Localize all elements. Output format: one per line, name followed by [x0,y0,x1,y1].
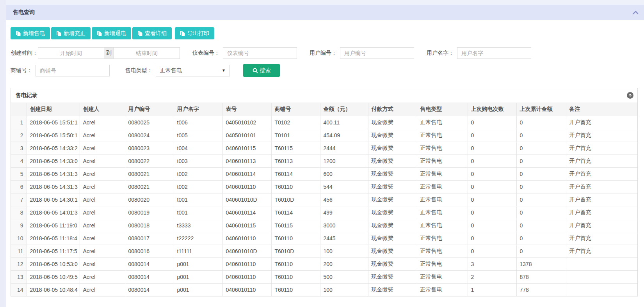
toolbar: 新增售电 新增充正 新增退电 查看详细 导出打印 [11,27,638,39]
column-header: 用户编号 [125,103,174,116]
table-cell: 开户首充 [566,245,637,257]
table-cell: t002 [174,180,222,193]
table-row[interactable]: 32018-06-05 14:33:2Acrel0080023t00404060… [11,142,637,154]
export-print-button[interactable]: 导出打印 [175,27,214,39]
table-row[interactable]: 102018-06-05 11:18:4Acrel0080017t2222204… [11,232,637,245]
row-index: 5 [11,167,27,180]
main-content: 新增售电 新增充正 新增退电 查看详细 导出打印 创建时间： 到 仪表编号： [6,20,644,296]
row-index: 12 [11,257,27,270]
table-cell: 544 [320,180,368,193]
table-cell: 3 [468,257,516,270]
table-cell: 0405010102 [222,116,271,129]
table-row[interactable]: 92018-06-05 11:19:0Acrel0080018t33330406… [11,219,637,232]
search-button[interactable]: 搜索 [243,64,280,77]
table-cell: T60110 [271,270,320,283]
user-name-input[interactable] [457,47,531,59]
table-cell: 开户首充 [566,116,637,129]
table-cell: 正常售电 [417,245,468,257]
table-cell: 开户首充 [566,154,637,167]
copy-icon [180,31,185,36]
add-correction-button[interactable]: 新增充正 [51,27,91,39]
user-name-filter: 用户名字： [427,47,531,59]
table-cell: 现金缴费 [368,142,417,154]
table-cell: 0080017 [125,232,174,245]
table-row[interactable]: 62018-06-05 14:31:3Acrel0080021t00204060… [11,180,637,193]
table-cell: 0 [516,206,566,219]
add-refund-button[interactable]: 新增退电 [92,27,131,39]
collapse-panel-button[interactable] [633,11,639,14]
table-cell: 开户首充 [566,167,637,180]
table-cell: 现金缴费 [368,154,417,167]
table-cell: 0 [468,219,516,232]
column-header: 备注 [566,103,637,116]
table-row[interactable]: 82018-06-05 14:01:3Acrel0080019t00104060… [11,206,637,219]
table-cell: 3000 [320,219,368,232]
shop-no-label: 商铺号： [11,67,32,74]
table-cell: 正常售电 [417,167,468,180]
table-cell: 0406010110 [222,270,271,283]
add-sale-button[interactable]: 新增售电 [11,27,50,39]
table-header-row: 创建日期创建人用户编号用户名字表号商铺号金额（元）付款方式售电类型上次购电次数上… [11,103,637,116]
panel-collapse-button[interactable] [627,92,633,99]
table-row[interactable]: 12018-06-05 15:51:1Acrel0080025t00604050… [11,116,637,129]
table-cell: T0101 [271,129,320,142]
table-cell: 2018-06-05 11:17:5 [27,245,80,257]
chevron-up-icon [633,11,639,14]
copy-icon [137,31,142,36]
table-body: 12018-06-05 15:51:1Acrel0080025t00604050… [11,116,637,296]
table-cell: Acrel [80,206,125,219]
meter-no-input[interactable] [223,47,297,59]
arrow-up-icon [628,94,632,97]
table-cell: p001 [174,270,222,283]
table-row[interactable]: 122018-06-05 10:53:0Acrel0080014p0010406… [11,257,637,270]
table-cell: T60115 [271,219,320,232]
table-cell: 0080021 [125,180,174,193]
table-cell: 2018-06-05 15:51:1 [27,116,80,129]
filter-row-1: 创建时间： 到 仪表编号： 用户编号： 用户名字： [11,47,638,59]
sale-type-select[interactable]: 正常售电 ▼ [156,65,230,76]
table-cell: 0406010110 [222,232,271,245]
panel-title: 售电记录 [16,92,37,99]
table-cell: T60114 [271,206,320,219]
copy-icon [97,31,102,36]
table-row[interactable]: 142018-06-05 10:48:4Acrel0080014p0010406… [11,283,637,296]
table-cell: 正常售电 [417,257,468,270]
table-cell: t001 [174,193,222,206]
row-index: 9 [11,219,27,232]
table-cell: 0 [468,167,516,180]
table-cell: 正常售电 [417,232,468,245]
table-row[interactable]: 112018-06-05 11:17:5Acrel0080016t1111104… [11,245,637,257]
button-label: 新增充正 [64,30,85,37]
table-cell: 2018-06-05 14:31:3 [27,180,80,193]
user-no-input[interactable] [340,47,414,59]
table-cell: 0406010110 [222,257,271,270]
table-cell: 0 [516,154,566,167]
table-cell: 0406010115 [222,142,271,154]
table-cell: 现金缴费 [368,206,417,219]
table-cell: 878 [516,270,566,283]
column-header: 金额（元） [320,103,368,116]
table-row[interactable]: 72018-06-05 14:30:1Acrel0080020t00104060… [11,193,637,206]
table-cell [566,270,637,283]
table-cell [566,283,637,296]
table-cell: t11111 [174,245,222,257]
table-cell: T6010D [271,245,320,257]
row-index: 11 [11,245,27,257]
table-row[interactable]: 22018-06-05 15:50:1Acrel0080024t00504050… [11,129,637,142]
table-cell: 0 [468,154,516,167]
table-row[interactable]: 42018-06-05 14:33:0Acrel0080022t00304060… [11,154,637,167]
start-time-input[interactable] [38,47,104,59]
table-row[interactable]: 132018-06-05 10:49:5Acrel0080014p0010406… [11,270,637,283]
shop-no-input[interactable] [36,65,110,76]
table-cell: 0080021 [125,167,174,180]
table-cell: 0 [516,116,566,129]
table-cell: 2018-06-05 10:48:4 [27,283,80,296]
end-time-input[interactable] [114,47,180,59]
table-cell: 040601010D [222,193,271,206]
table-cell: 2018-06-05 10:53:0 [27,257,80,270]
view-detail-button[interactable]: 查看详细 [132,27,172,39]
table-cell: 现金缴费 [368,245,417,257]
table-cell: Acrel [80,219,125,232]
table-cell: 2018-06-05 15:50:1 [27,129,80,142]
table-row[interactable]: 52018-06-05 14:31:3Acrel0080021t00204060… [11,167,637,180]
